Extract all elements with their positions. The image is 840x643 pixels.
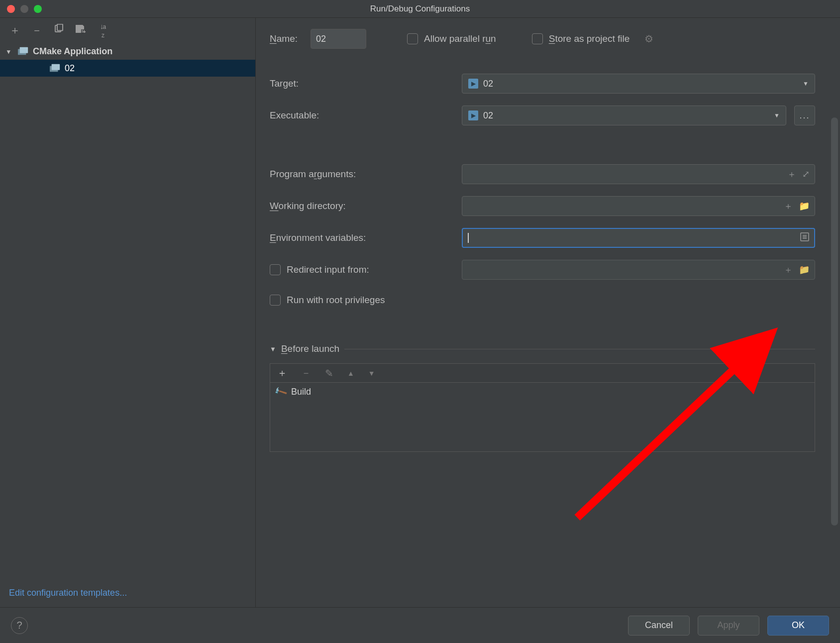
program-arguments-label: Program arguments:	[270, 169, 454, 180]
edit-templates-link[interactable]: Edit configuration templates...	[9, 588, 127, 598]
environment-variables-input[interactable]	[462, 228, 815, 248]
name-label: Name:	[270, 33, 298, 44]
move-up-icon[interactable]: ▲	[347, 369, 354, 377]
tree-item-label: 02	[65, 63, 75, 74]
edit-task-icon[interactable]: ✎	[325, 367, 333, 379]
close-window-button[interactable]	[7, 5, 15, 13]
program-arguments-row: Program arguments: ＋ ⤢	[270, 164, 815, 184]
checkbox-icon	[270, 295, 281, 306]
before-launch-header[interactable]: ▼ Before launch	[270, 343, 815, 354]
environment-variables-label: Environment variables:	[270, 232, 454, 243]
apply-button[interactable]: Apply	[698, 616, 759, 636]
remove-config-icon[interactable]: －	[31, 23, 43, 38]
sort-config-icon[interactable]: ↓az	[97, 22, 108, 39]
list-icon[interactable]	[800, 232, 809, 244]
scrollbar-thumb[interactable]	[831, 117, 838, 526]
window-controls	[7, 5, 42, 13]
folder-icon[interactable]: 📁	[799, 264, 810, 275]
minimize-window-button[interactable]	[20, 5, 28, 13]
ok-button[interactable]: OK	[767, 616, 829, 636]
sidebar: ＋ － + ↓az ▾ CMake Application	[0, 18, 256, 607]
plus-icon[interactable]: ＋	[784, 264, 793, 276]
form-area: Target: ▶ 02 ▼ Executable: ▶ 02 ▼ ... Pr…	[270, 74, 826, 452]
target-row: Target: ▶ 02 ▼	[270, 74, 815, 94]
header-row: Name: Allow parallel run Store as projec…	[270, 29, 826, 49]
copy-config-icon[interactable]	[53, 24, 65, 37]
before-launch-item-label: Build	[291, 387, 311, 397]
hammer-icon: 🔨	[273, 384, 288, 399]
svg-rect-1	[57, 24, 63, 31]
cmake-item-icon	[50, 64, 61, 72]
sidebar-toolbar: ＋ － + ↓az	[0, 18, 255, 43]
zoom-window-button[interactable]	[34, 5, 42, 13]
target-select[interactable]: ▶ 02 ▼	[462, 74, 815, 94]
run-with-root-label: Run with root privileges	[287, 295, 385, 306]
store-as-project-file-label: Store as project file	[549, 33, 630, 44]
dialog-footer: ? Cancel Apply OK	[0, 607, 840, 643]
svg-text:+: +	[83, 28, 86, 34]
browse-executable-button[interactable]: ...	[794, 106, 815, 125]
tree-group-label: CMake Application	[33, 46, 112, 57]
before-launch-panel: ＋ － ✎ ▲ ▼ 🔨 Build	[270, 363, 815, 452]
checkbox-icon	[532, 33, 543, 44]
titlebar: Run/Debug Configurations	[0, 0, 840, 18]
cmake-group-icon	[18, 47, 29, 55]
target-value: 02	[483, 79, 493, 89]
sidebar-footer: Edit configuration templates...	[0, 582, 255, 607]
working-directory-row: Working directory: ＋ 📁	[270, 196, 815, 216]
executable-row: Executable: ▶ 02 ▼ ...	[270, 106, 815, 125]
play-icon: ▶	[468, 110, 478, 120]
checkbox-icon	[407, 33, 418, 44]
checkbox-icon	[270, 264, 281, 275]
window-title: Run/Debug Configurations	[0, 4, 840, 14]
tree-group-cmake-application[interactable]: ▾ CMake Application	[0, 43, 255, 60]
config-tree: ▾ CMake Application 02	[0, 43, 255, 582]
svg-rect-7	[52, 64, 60, 70]
run-with-root-checkbox[interactable]: Run with root privileges	[270, 295, 815, 306]
chevron-down-icon: ▼	[270, 345, 276, 353]
scrollbar[interactable]	[831, 117, 838, 526]
executable-select[interactable]: ▶ 02 ▼	[462, 106, 786, 125]
working-directory-input[interactable]: ＋ 📁	[462, 196, 815, 216]
help-button[interactable]: ?	[11, 617, 28, 634]
play-icon: ▶	[468, 79, 478, 89]
remove-task-icon[interactable]: －	[301, 366, 311, 380]
redirect-input-field[interactable]: ＋ 📁	[462, 260, 815, 280]
redirect-input-checkbox[interactable]: Redirect input from:	[270, 264, 454, 275]
program-arguments-input[interactable]: ＋ ⤢	[462, 164, 815, 184]
plus-icon[interactable]: ＋	[784, 200, 793, 212]
store-as-project-file-checkbox[interactable]: Store as project file	[532, 33, 630, 44]
dropdown-icon: ▼	[803, 80, 809, 87]
name-input[interactable]	[311, 29, 366, 49]
allow-parallel-run-label: Allow parallel run	[424, 33, 496, 44]
before-launch-item-build[interactable]: 🔨 Build	[270, 383, 815, 401]
main-panel: Name: Allow parallel run Store as projec…	[256, 18, 840, 607]
folder-icon[interactable]: 📁	[799, 201, 810, 212]
dropdown-icon: ▼	[774, 112, 780, 119]
gear-icon[interactable]: ⚙	[644, 33, 653, 45]
tree-item-02[interactable]: 02	[0, 60, 255, 77]
add-config-icon[interactable]: ＋	[9, 23, 21, 38]
plus-icon[interactable]: ＋	[787, 168, 796, 180]
before-launch-toolbar: ＋ － ✎ ▲ ▼	[270, 363, 815, 382]
chevron-down-icon: ▾	[7, 48, 14, 55]
executable-label: Executable:	[270, 110, 454, 121]
environment-variables-row: Environment variables:	[270, 228, 815, 248]
target-label: Target:	[270, 78, 454, 89]
redirect-input-label: Redirect input from:	[287, 264, 369, 275]
save-config-icon[interactable]: +	[75, 24, 87, 37]
working-directory-label: Working directory:	[270, 201, 454, 212]
expand-icon[interactable]: ⤢	[802, 169, 810, 180]
svg-rect-5	[20, 47, 28, 53]
redirect-input-row: Redirect input from: ＋ 📁	[270, 260, 815, 280]
move-down-icon[interactable]: ▼	[368, 369, 375, 377]
before-launch-list[interactable]: 🔨 Build	[270, 382, 815, 452]
cancel-button[interactable]: Cancel	[628, 616, 690, 636]
executable-value: 02	[483, 110, 493, 121]
before-launch-label: Before launch	[281, 343, 339, 354]
add-task-icon[interactable]: ＋	[277, 366, 287, 380]
allow-parallel-run-checkbox[interactable]: Allow parallel run	[407, 33, 496, 44]
